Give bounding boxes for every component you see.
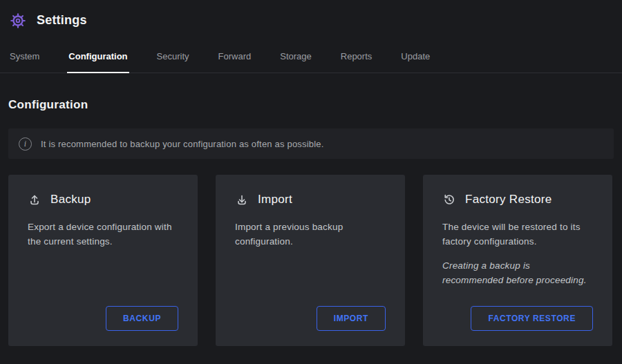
factory-restore-card-description: The device will be restored to its facto… bbox=[442, 220, 593, 249]
import-card-title: Import bbox=[258, 193, 292, 207]
upload-icon bbox=[28, 193, 41, 207]
tab-configuration[interactable]: Configuration bbox=[67, 48, 129, 73]
import-card: Import Import a previous backup configur… bbox=[216, 175, 405, 346]
tab-update[interactable]: Update bbox=[399, 48, 431, 73]
tab-reports[interactable]: Reports bbox=[339, 48, 374, 73]
factory-restore-card-header: Factory Restore bbox=[442, 193, 593, 207]
cards-row: Backup Export a device configuration wit… bbox=[8, 175, 612, 346]
import-card-header: Import bbox=[235, 193, 386, 207]
app-header: Settings bbox=[0, 0, 622, 32]
restore-icon bbox=[442, 193, 456, 207]
tabs-bar: System Configuration Security Forward St… bbox=[0, 48, 622, 73]
backup-card-header: Backup bbox=[28, 193, 178, 207]
factory-restore-card: Factory Restore The device will be resto… bbox=[423, 175, 612, 346]
backup-card: Backup Export a device configuration wit… bbox=[8, 175, 198, 346]
tab-storage[interactable]: Storage bbox=[279, 48, 313, 73]
tab-forward[interactable]: Forward bbox=[217, 48, 253, 73]
info-banner: i It is recommended to backup your confi… bbox=[8, 128, 614, 159]
import-button[interactable]: IMPORT bbox=[317, 306, 386, 331]
import-card-description: Import a previous backup configuration. bbox=[235, 220, 386, 249]
section-heading: Configuration bbox=[8, 98, 614, 112]
backup-card-title: Backup bbox=[50, 193, 91, 207]
settings-gear-icon bbox=[8, 11, 28, 30]
factory-restore-card-title: Factory Restore bbox=[465, 193, 552, 207]
factory-restore-button[interactable]: FACTORY RESTORE bbox=[471, 306, 593, 331]
backup-button[interactable]: BACKUP bbox=[106, 306, 178, 331]
page-title: Settings bbox=[37, 13, 87, 28]
download-icon bbox=[235, 193, 249, 207]
tab-system[interactable]: System bbox=[8, 48, 41, 73]
info-banner-text: It is recommended to backup your configu… bbox=[41, 139, 324, 149]
info-icon: i bbox=[19, 137, 32, 151]
tab-security[interactable]: Security bbox=[156, 48, 191, 73]
factory-restore-card-note: Creating a backup is recommended before … bbox=[442, 259, 593, 288]
backup-card-description: Export a device configuration with the c… bbox=[28, 220, 178, 249]
